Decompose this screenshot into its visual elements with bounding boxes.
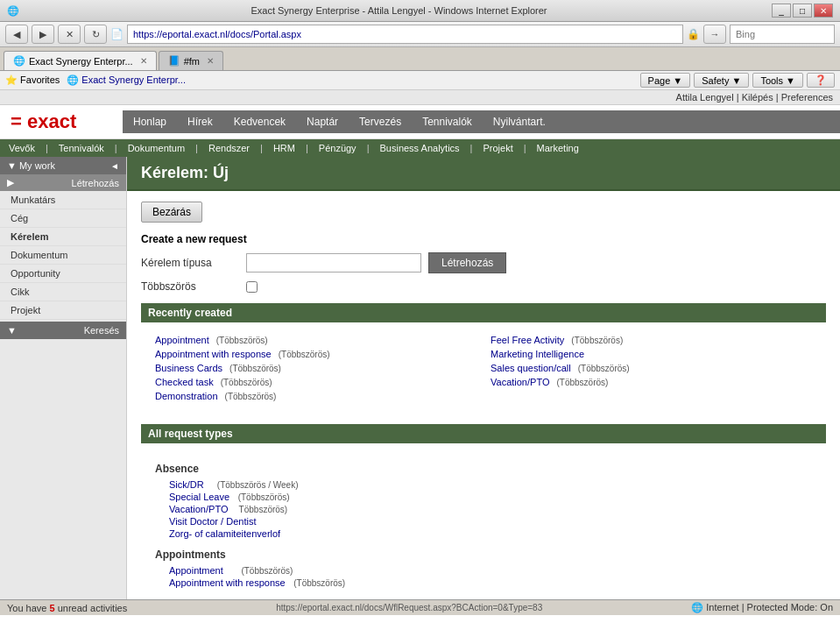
content-body: Bezárás Create a new request Kérelem típ…	[127, 191, 840, 599]
fav-link-1[interactable]: 🌐 Exact Synergy Enterpr...	[67, 74, 186, 86]
sidebar-item-kerelem[interactable]: Kérelem	[0, 228, 126, 246]
refresh-button[interactable]: ↻	[84, 25, 107, 44]
type-link-appt[interactable]: Appointment	[169, 565, 223, 576]
type-link-zorg[interactable]: Zorg- of calamiteitenverlof	[169, 528, 280, 539]
back-button[interactable]: ◀	[5, 25, 28, 44]
page-header: Kérelem: Új	[127, 157, 840, 191]
page-title: Kérelem: Új	[141, 164, 229, 182]
fav-left: ⭐ Favorites 🌐 Exact Synergy Enterpr...	[5, 74, 186, 86]
tab-close-2[interactable]: ✕	[207, 56, 214, 66]
go-button[interactable]: →	[703, 25, 726, 44]
nav-naptar[interactable]: Naptár	[296, 110, 349, 133]
sidebar-mywork-header[interactable]: ▼ My work ◄	[0, 157, 126, 174]
nav-marketing[interactable]: Marketing	[528, 139, 588, 157]
sidebar: ▼ My work ◄ ▶ Létrehozás Munkatárs Cég K…	[0, 157, 127, 599]
type-link-vacation[interactable]: Vacation/PTO	[169, 504, 228, 514]
recent-link[interactable]: Marketing Intelligence	[491, 349, 584, 359]
sidebar-item-cikk[interactable]: Cikk	[0, 283, 126, 301]
help-button[interactable]: ❓	[807, 73, 835, 88]
forward-button[interactable]: ▶	[32, 25, 54, 44]
recent-link[interactable]: Checked task	[155, 377, 214, 387]
search-bar[interactable]	[730, 25, 835, 44]
recent-link[interactable]: Vacation/PTO	[491, 377, 549, 387]
type-link-appt-resp[interactable]: Appointment with response	[169, 577, 286, 588]
nav-rendszer[interactable]: Rendszer	[200, 139, 258, 157]
sidebar-kereses-header[interactable]: ▼ Keresés	[0, 322, 126, 339]
sidebar-item-projekt[interactable]: Projekt	[0, 301, 126, 320]
sidebar-item-ceg[interactable]: Cég	[0, 209, 126, 228]
list-item: Marketing Intelligence	[491, 347, 812, 361]
security-zone: 🌐 Internet | Protected Mode: On	[691, 602, 833, 613]
recent-badge: (Többszörös)	[571, 336, 623, 345]
type-input[interactable]	[246, 253, 421, 273]
recently-created-grid: Appointment (Többszörös) Appointment wit…	[141, 326, 826, 410]
nav-dokumentum[interactable]: Dokumentum	[119, 139, 194, 157]
type-row: Kérelem típusa Létrehozás	[141, 252, 826, 273]
nav-honlap[interactable]: Honlap	[123, 110, 177, 133]
address-bar[interactable]	[127, 25, 683, 44]
close-button[interactable]: Bezárás	[141, 202, 202, 223]
nav-tervezes[interactable]: Tervezés	[349, 110, 412, 133]
recent-badge: (Többszörös)	[225, 392, 277, 401]
nav-kedvencek[interactable]: Kedvencek	[223, 110, 296, 133]
tab-1[interactable]: 🌐 Exact Synergy Enterpr... ✕	[4, 51, 157, 70]
nav-hrm[interactable]: HRM	[265, 139, 304, 157]
recent-link[interactable]: Appointment	[155, 335, 209, 345]
stop-button[interactable]: ✕	[58, 25, 81, 44]
logo-area: = exact	[0, 105, 123, 138]
type-badge: Többszörös)	[231, 505, 301, 514]
main-layout: ▼ My work ◄ ▶ Létrehozás Munkatárs Cég K…	[0, 157, 840, 599]
nav-tennivalok2[interactable]: Tennivalók	[50, 139, 113, 157]
all-request-types-header: All request types	[141, 424, 826, 443]
nav-tennivalok[interactable]: Tennivalók	[412, 110, 483, 133]
type-link-special[interactable]: Special Leave	[169, 492, 229, 502]
recent-right: Feel Free Activity (Többszörös) Marketin…	[491, 333, 812, 403]
list-item: Vacation/PTO Többszörös)	[155, 503, 812, 515]
sidebar-item-dokumentum[interactable]: Dokumentum	[0, 246, 126, 265]
list-item: Feel Free Activity (Többszörös)	[491, 333, 812, 347]
safety-button[interactable]: Safety ▼	[694, 73, 749, 88]
tools-button[interactable]: Tools ▼	[752, 73, 803, 88]
preferences-link[interactable]: Preferences	[781, 92, 833, 103]
recent-link[interactable]: Demonstration	[155, 391, 218, 401]
content-area: Kérelem: Új Bezárás Create a new request…	[127, 157, 840, 599]
type-link-sick[interactable]: Sick/DR	[169, 479, 204, 490]
sidebar-létrehozás-header[interactable]: ▶ Létrehozás	[0, 174, 126, 191]
sep: |	[44, 139, 50, 157]
list-item: Checked task (Többszörös)	[155, 375, 476, 389]
browser-titlebar: 🌐 Exact Synergy Enterprise - Attila Leng…	[0, 0, 840, 22]
nav-penzugy[interactable]: Pénzügy	[310, 139, 365, 157]
létrehozás-button[interactable]: Létrehozás	[428, 252, 506, 273]
sidebar-item-opportunity[interactable]: Opportunity	[0, 265, 126, 283]
browser-title: Exact Synergy Enterprise - Attila Lengye…	[26, 5, 772, 16]
type-badge: (Többszörös)	[227, 566, 297, 576]
tab-close-1[interactable]: ✕	[140, 56, 147, 66]
nav-ba[interactable]: Business Analytics	[371, 139, 468, 157]
multiple-checkbox[interactable]	[246, 281, 258, 293]
list-item: Appointment with response (Többszörös)	[155, 347, 476, 361]
nav-hirek[interactable]: Hírek	[177, 110, 223, 133]
address-bar-container: 📄 🔒 →	[110, 25, 726, 44]
recent-link[interactable]: Feel Free Activity	[491, 335, 564, 345]
minimize-button[interactable]: _	[772, 4, 791, 18]
fav-right: Page ▼ Safety ▼ Tools ▼ ❓	[640, 73, 835, 88]
collapse-icon[interactable]: ◄	[110, 161, 119, 171]
nav-vevok[interactable]: Vevők	[0, 139, 44, 157]
page-button[interactable]: Page ▼	[640, 73, 691, 88]
list-item: Special Leave (Többszörös)	[155, 491, 812, 503]
type-link-doctor[interactable]: Visit Doctor / Dentist	[169, 516, 256, 527]
sep: |	[304, 139, 310, 157]
maximize-button[interactable]: □	[793, 4, 812, 18]
recent-link[interactable]: Business Cards	[155, 363, 222, 373]
sidebar-létrehozás-section: ▶ Létrehozás Munkatárs Cég Kérelem Dokum…	[0, 174, 126, 320]
nav-projekt[interactable]: Projekt	[474, 139, 521, 157]
recent-link[interactable]: Appointment with response	[155, 349, 272, 359]
sidebar-item-munkatars[interactable]: Munkatárs	[0, 191, 126, 209]
tab-2[interactable]: 📘 #fm ✕	[159, 51, 223, 70]
list-item: Vacation/PTO (Többszörös)	[491, 375, 812, 389]
logout-link[interactable]: Kilépés	[742, 92, 773, 103]
recent-link[interactable]: Sales question/call	[491, 363, 571, 373]
list-item: Business Cards (Többszörös)	[155, 361, 476, 375]
nav-nyilvantart[interactable]: Nyilvántart.	[483, 110, 556, 133]
close-button[interactable]: ✕	[814, 4, 833, 18]
